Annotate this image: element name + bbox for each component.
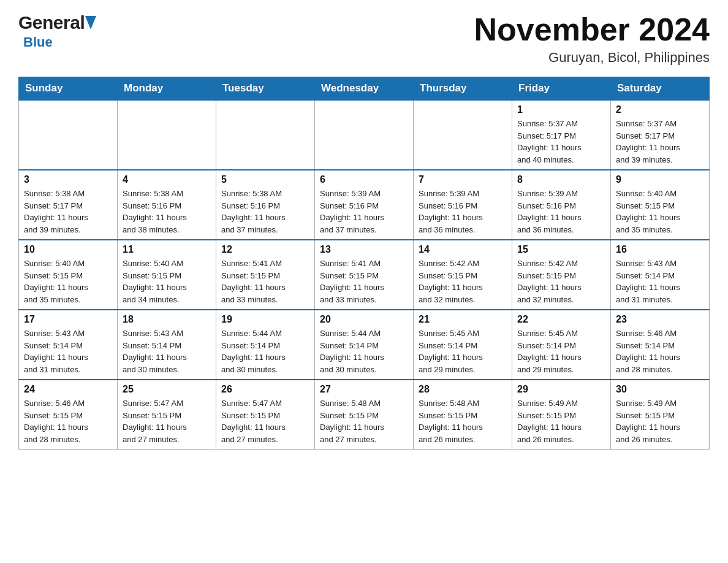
- header-monday: Monday: [118, 77, 216, 101]
- weekday-header-row: Sunday Monday Tuesday Wednesday Thursday…: [19, 77, 710, 101]
- header-sunday: Sunday: [19, 77, 118, 101]
- table-row: 1Sunrise: 5:37 AM Sunset: 5:17 PM Daylig…: [512, 100, 611, 170]
- page-header: General Blue November 2024 Guruyan, Bico…: [18, 12, 710, 66]
- day-number: 22: [517, 314, 605, 325]
- table-row: 17Sunrise: 5:43 AM Sunset: 5:14 PM Dayli…: [19, 310, 118, 380]
- table-row: 15Sunrise: 5:42 AM Sunset: 5:15 PM Dayli…: [512, 240, 611, 310]
- day-number: 5: [221, 174, 309, 185]
- table-row: 29Sunrise: 5:49 AM Sunset: 5:15 PM Dayli…: [512, 380, 611, 450]
- day-number: 28: [419, 384, 507, 395]
- day-number: 21: [419, 314, 507, 325]
- day-number: 12: [221, 244, 309, 255]
- day-info: Sunrise: 5:46 AM Sunset: 5:15 PM Dayligh…: [24, 397, 112, 445]
- table-row: 21Sunrise: 5:45 AM Sunset: 5:14 PM Dayli…: [414, 310, 512, 380]
- day-number: 24: [24, 384, 112, 395]
- day-info: Sunrise: 5:41 AM Sunset: 5:15 PM Dayligh…: [221, 258, 309, 305]
- table-row: 30Sunrise: 5:49 AM Sunset: 5:15 PM Dayli…: [611, 380, 710, 450]
- table-row: [414, 100, 512, 170]
- day-info: Sunrise: 5:43 AM Sunset: 5:14 PM Dayligh…: [123, 327, 211, 375]
- table-row: [216, 100, 315, 170]
- day-number: 18: [123, 314, 211, 325]
- day-number: 27: [320, 384, 408, 395]
- table-row: 4Sunrise: 5:38 AM Sunset: 5:16 PM Daylig…: [118, 170, 216, 240]
- logo-general-text: General: [18, 12, 85, 33]
- day-number: 14: [419, 244, 507, 255]
- day-info: Sunrise: 5:45 AM Sunset: 5:14 PM Dayligh…: [419, 327, 507, 375]
- table-row: [118, 100, 216, 170]
- table-row: 20Sunrise: 5:44 AM Sunset: 5:14 PM Dayli…: [315, 310, 414, 380]
- calendar-week-row: 3Sunrise: 5:38 AM Sunset: 5:17 PM Daylig…: [19, 170, 710, 240]
- day-number: 23: [616, 314, 704, 325]
- table-row: 18Sunrise: 5:43 AM Sunset: 5:14 PM Dayli…: [118, 310, 216, 380]
- day-info: Sunrise: 5:45 AM Sunset: 5:14 PM Dayligh…: [517, 327, 605, 375]
- table-row: 23Sunrise: 5:46 AM Sunset: 5:14 PM Dayli…: [611, 310, 710, 380]
- day-info: Sunrise: 5:44 AM Sunset: 5:14 PM Dayligh…: [320, 327, 408, 375]
- table-row: 8Sunrise: 5:39 AM Sunset: 5:16 PM Daylig…: [512, 170, 611, 240]
- table-row: 12Sunrise: 5:41 AM Sunset: 5:15 PM Dayli…: [216, 240, 315, 310]
- day-info: Sunrise: 5:47 AM Sunset: 5:15 PM Dayligh…: [123, 397, 211, 445]
- day-number: 15: [517, 244, 605, 255]
- table-row: 5Sunrise: 5:38 AM Sunset: 5:16 PM Daylig…: [216, 170, 315, 240]
- table-row: 14Sunrise: 5:42 AM Sunset: 5:15 PM Dayli…: [414, 240, 512, 310]
- day-number: 13: [320, 244, 408, 255]
- day-number: 7: [419, 174, 507, 185]
- day-info: Sunrise: 5:47 AM Sunset: 5:15 PM Dayligh…: [221, 397, 309, 445]
- day-info: Sunrise: 5:49 AM Sunset: 5:15 PM Dayligh…: [616, 397, 704, 445]
- day-number: 4: [123, 174, 211, 185]
- day-info: Sunrise: 5:49 AM Sunset: 5:15 PM Dayligh…: [517, 397, 605, 445]
- month-title: November 2024: [474, 12, 710, 47]
- day-number: 25: [123, 384, 211, 395]
- day-info: Sunrise: 5:48 AM Sunset: 5:15 PM Dayligh…: [320, 397, 408, 445]
- table-row: 19Sunrise: 5:44 AM Sunset: 5:14 PM Dayli…: [216, 310, 315, 380]
- calendar-week-row: 24Sunrise: 5:46 AM Sunset: 5:15 PM Dayli…: [19, 380, 710, 450]
- day-info: Sunrise: 5:43 AM Sunset: 5:14 PM Dayligh…: [24, 327, 112, 375]
- title-section: November 2024 Guruyan, Bicol, Philippine…: [474, 12, 710, 66]
- day-info: Sunrise: 5:40 AM Sunset: 5:15 PM Dayligh…: [616, 188, 704, 236]
- day-info: Sunrise: 5:39 AM Sunset: 5:16 PM Dayligh…: [419, 188, 507, 236]
- table-row: 7Sunrise: 5:39 AM Sunset: 5:16 PM Daylig…: [414, 170, 512, 240]
- header-tuesday: Tuesday: [216, 77, 315, 101]
- day-number: 16: [616, 244, 704, 255]
- day-info: Sunrise: 5:44 AM Sunset: 5:14 PM Dayligh…: [221, 327, 309, 375]
- table-row: 2Sunrise: 5:37 AM Sunset: 5:17 PM Daylig…: [611, 100, 710, 170]
- table-row: [315, 100, 414, 170]
- calendar-week-row: 1Sunrise: 5:37 AM Sunset: 5:17 PM Daylig…: [19, 100, 710, 170]
- day-info: Sunrise: 5:42 AM Sunset: 5:15 PM Dayligh…: [517, 258, 605, 305]
- day-info: Sunrise: 5:39 AM Sunset: 5:16 PM Dayligh…: [320, 188, 408, 236]
- table-row: 27Sunrise: 5:48 AM Sunset: 5:15 PM Dayli…: [315, 380, 414, 450]
- logo-arrow-icon: [85, 16, 96, 29]
- day-number: 29: [517, 384, 605, 395]
- table-row: 6Sunrise: 5:39 AM Sunset: 5:16 PM Daylig…: [315, 170, 414, 240]
- calendar-table: Sunday Monday Tuesday Wednesday Thursday…: [18, 77, 710, 450]
- day-number: 30: [616, 384, 704, 395]
- header-thursday: Thursday: [414, 77, 512, 101]
- logo: General Blue: [18, 12, 96, 50]
- logo-blue-text: Blue: [23, 34, 53, 50]
- day-info: Sunrise: 5:41 AM Sunset: 5:15 PM Dayligh…: [320, 258, 408, 305]
- day-info: Sunrise: 5:42 AM Sunset: 5:15 PM Dayligh…: [419, 258, 507, 305]
- day-info: Sunrise: 5:40 AM Sunset: 5:15 PM Dayligh…: [123, 258, 211, 305]
- day-info: Sunrise: 5:40 AM Sunset: 5:15 PM Dayligh…: [24, 258, 112, 305]
- table-row: [19, 100, 118, 170]
- day-info: Sunrise: 5:38 AM Sunset: 5:16 PM Dayligh…: [221, 188, 309, 236]
- day-number: 3: [24, 174, 112, 185]
- day-info: Sunrise: 5:46 AM Sunset: 5:14 PM Dayligh…: [616, 327, 704, 375]
- table-row: 26Sunrise: 5:47 AM Sunset: 5:15 PM Dayli…: [216, 380, 315, 450]
- calendar-week-row: 10Sunrise: 5:40 AM Sunset: 5:15 PM Dayli…: [19, 240, 710, 310]
- table-row: 10Sunrise: 5:40 AM Sunset: 5:15 PM Dayli…: [19, 240, 118, 310]
- day-info: Sunrise: 5:37 AM Sunset: 5:17 PM Dayligh…: [517, 118, 605, 166]
- table-row: 22Sunrise: 5:45 AM Sunset: 5:14 PM Dayli…: [512, 310, 611, 380]
- table-row: 28Sunrise: 5:48 AM Sunset: 5:15 PM Dayli…: [414, 380, 512, 450]
- day-number: 19: [221, 314, 309, 325]
- day-number: 10: [24, 244, 112, 255]
- day-info: Sunrise: 5:38 AM Sunset: 5:16 PM Dayligh…: [123, 188, 211, 236]
- day-number: 1: [517, 104, 605, 115]
- table-row: 9Sunrise: 5:40 AM Sunset: 5:15 PM Daylig…: [611, 170, 710, 240]
- calendar-week-row: 17Sunrise: 5:43 AM Sunset: 5:14 PM Dayli…: [19, 310, 710, 380]
- svg-marker-0: [85, 16, 96, 29]
- header-wednesday: Wednesday: [315, 77, 414, 101]
- day-number: 11: [123, 244, 211, 255]
- table-row: 25Sunrise: 5:47 AM Sunset: 5:15 PM Dayli…: [118, 380, 216, 450]
- day-info: Sunrise: 5:43 AM Sunset: 5:14 PM Dayligh…: [616, 258, 704, 305]
- table-row: 24Sunrise: 5:46 AM Sunset: 5:15 PM Dayli…: [19, 380, 118, 450]
